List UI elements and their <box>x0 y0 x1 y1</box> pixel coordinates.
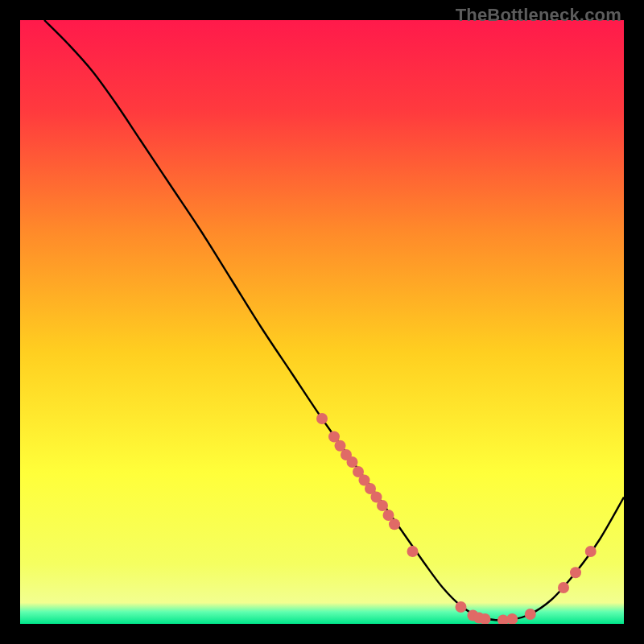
gradient-background <box>20 20 624 624</box>
curve-marker <box>585 546 597 557</box>
chart-frame <box>20 20 624 624</box>
curve-marker <box>558 582 569 593</box>
curve-marker <box>570 567 581 578</box>
curve-marker <box>525 609 536 620</box>
curve-marker <box>456 601 467 613</box>
curve-marker <box>377 500 388 511</box>
curve-marker <box>389 518 400 530</box>
curve-marker <box>407 546 419 557</box>
curve-marker <box>316 413 328 424</box>
attribution-text: TheBottleneck.com <box>456 5 621 26</box>
chart-svg <box>20 20 624 624</box>
curve-marker <box>347 456 358 468</box>
